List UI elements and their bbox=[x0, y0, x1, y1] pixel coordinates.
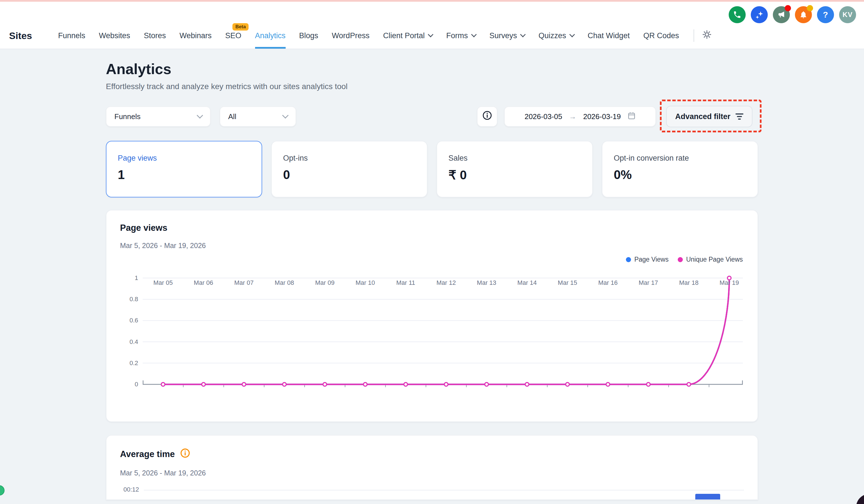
gold-notification-dot bbox=[807, 5, 813, 11]
nav-item-wordpress[interactable]: WordPress bbox=[332, 23, 370, 49]
filters-row: Funnels All 2026-03-05 → 2026-03-19 bbox=[106, 106, 758, 127]
metric-card-opt-ins[interactable]: Opt-ins 0 bbox=[271, 141, 428, 197]
floating-action-button[interactable] bbox=[856, 494, 864, 504]
nav-item-seo[interactable]: SEO Beta bbox=[225, 23, 241, 49]
chevron-down-icon bbox=[282, 112, 289, 119]
pageviews-plot-svg bbox=[143, 275, 743, 391]
announcements-button[interactable] bbox=[773, 6, 790, 23]
nav-item-funnels[interactable]: Funnels bbox=[58, 23, 85, 49]
average-time-title: Average time bbox=[120, 449, 175, 459]
notifications-button[interactable] bbox=[795, 6, 812, 23]
site-header: ? KV Sites Funnels Websites Stores Webin… bbox=[0, 2, 864, 49]
date-to: 2026-03-19 bbox=[583, 112, 621, 121]
info-icon bbox=[482, 111, 492, 122]
sparkles-icon bbox=[755, 10, 764, 19]
phone-icon bbox=[733, 11, 741, 19]
nav-item-quizzes[interactable]: Quizzes bbox=[538, 23, 574, 49]
header-icon-bar: ? KV bbox=[729, 6, 856, 23]
nav-item-stores[interactable]: Stores bbox=[144, 23, 166, 49]
info-icon-orange[interactable] bbox=[180, 448, 190, 460]
metric-cards-row: Page views 1 Opt-ins 0 Sales ₹ 0 Opt-in … bbox=[106, 141, 758, 197]
legend-unique-page-views[interactable]: Unique Page Views bbox=[678, 256, 743, 263]
beta-badge: Beta bbox=[232, 23, 249, 30]
avatar[interactable]: KV bbox=[839, 6, 856, 23]
average-time-panel: Average time Mar 5, 2026 - Mar 19, 2026 … bbox=[106, 435, 758, 500]
metric-card-opt-in-conversion-rate[interactable]: Opt-in conversion rate 0% bbox=[602, 141, 758, 197]
nav-item-client-portal[interactable]: Client Portal bbox=[383, 23, 433, 49]
gear-icon bbox=[702, 30, 712, 41]
chart-title: Page views bbox=[120, 223, 744, 233]
ai-assistant-button[interactable] bbox=[751, 6, 768, 23]
chevron-down-icon bbox=[569, 32, 575, 37]
average-time-gridline bbox=[144, 490, 744, 490]
page-title: Analytics bbox=[106, 61, 758, 77]
metric-card-sales[interactable]: Sales ₹ 0 bbox=[436, 141, 593, 197]
average-time-ytick: 00:12 bbox=[123, 486, 139, 493]
nav-item-chat-widget[interactable]: Chat Widget bbox=[588, 23, 630, 49]
chevron-down-icon bbox=[197, 112, 203, 119]
question-mark-icon: ? bbox=[823, 10, 828, 20]
legend-dot-blue bbox=[626, 257, 631, 262]
main-content: Analytics Effortlessly track and analyze… bbox=[106, 49, 758, 500]
info-button[interactable] bbox=[477, 106, 497, 127]
date-from: 2026-03-05 bbox=[525, 112, 562, 121]
nav-item-qr-codes[interactable]: QR Codes bbox=[643, 23, 679, 49]
y-axis-labels: 1 0.8 0.6 0.4 0.2 0 bbox=[120, 275, 143, 388]
page-subtitle: Effortlessly track and analyze key metri… bbox=[106, 82, 758, 91]
settings-button[interactable] bbox=[702, 23, 712, 49]
nav-item-surveys[interactable]: Surveys bbox=[490, 23, 525, 49]
chevron-down-icon bbox=[520, 32, 526, 37]
chevron-down-icon bbox=[471, 32, 477, 37]
red-notification-dot bbox=[785, 5, 791, 11]
metric-card-page-views[interactable]: Page views 1 bbox=[106, 141, 262, 197]
chevron-down-icon bbox=[428, 32, 433, 37]
nav-divider bbox=[694, 29, 694, 42]
megaphone-icon bbox=[777, 11, 785, 19]
average-time-bar bbox=[695, 494, 720, 500]
legend-dot-pink bbox=[678, 257, 683, 262]
advanced-filter-button[interactable]: Advanced filter bbox=[666, 106, 753, 127]
app-root: ? KV Sites Funnels Websites Stores Webin… bbox=[0, 0, 864, 504]
x-axis-labels: Mar 05 Mar 06 Mar 07 Mar 08 Mar 09 Mar 1… bbox=[143, 279, 743, 288]
funnel-type-select[interactable]: Funnels bbox=[106, 106, 211, 127]
funnel-select[interactable]: All bbox=[220, 106, 296, 127]
chart-legend: Page Views Unique Page Views bbox=[626, 256, 743, 263]
nav-item-websites[interactable]: Websites bbox=[99, 23, 130, 49]
filter-icon bbox=[735, 113, 743, 120]
legend-page-views[interactable]: Page Views bbox=[626, 256, 669, 263]
nav-item-webinars[interactable]: Webinars bbox=[179, 23, 212, 49]
avatar-initials: KV bbox=[842, 11, 852, 19]
chart-date-range: Mar 5, 2026 - Mar 19, 2026 bbox=[120, 242, 744, 250]
chat-widget-tab[interactable] bbox=[0, 485, 4, 495]
bell-icon bbox=[799, 11, 808, 19]
help-button[interactable]: ? bbox=[817, 6, 834, 23]
average-time-date-range: Mar 5, 2026 - Mar 19, 2026 bbox=[120, 469, 744, 477]
page-views-chart-panel: Page views Mar 5, 2026 - Mar 19, 2026 Pa… bbox=[106, 210, 758, 422]
nav-item-analytics[interactable]: Analytics bbox=[255, 23, 286, 49]
arrow-right-icon: → bbox=[569, 112, 576, 121]
calendar-icon bbox=[628, 112, 636, 122]
primary-nav: Sites Funnels Websites Stores Webinars S… bbox=[0, 23, 864, 49]
phone-button[interactable] bbox=[729, 6, 746, 23]
pageviews-plot: Mar 05 Mar 06 Mar 07 Mar 08 Mar 09 Mar 1… bbox=[143, 275, 743, 388]
nav-item-blogs[interactable]: Blogs bbox=[299, 23, 319, 49]
brand-sites[interactable]: Sites bbox=[9, 23, 32, 49]
nav-item-forms[interactable]: Forms bbox=[446, 23, 476, 49]
date-range-picker[interactable]: 2026-03-05 → 2026-03-19 bbox=[504, 106, 656, 127]
